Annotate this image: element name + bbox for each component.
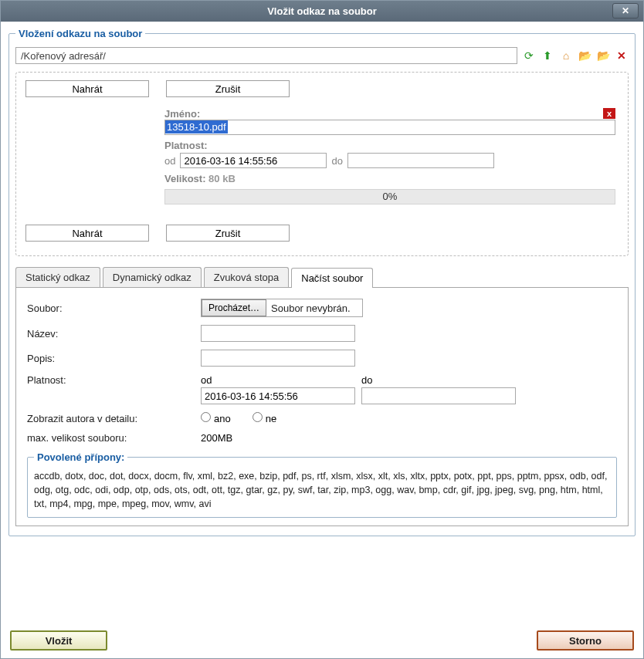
tab-load-file[interactable]: Načíst soubor xyxy=(291,268,373,288)
row-name: Název: xyxy=(27,325,617,342)
size-value: 80 kB xyxy=(208,173,236,184)
insert-button[interactable]: Vložit xyxy=(10,630,107,651)
dialog: Vložit odkaz na soubor ✕ Vložení odkazu … xyxy=(0,0,644,659)
od-label-2: od xyxy=(201,374,355,386)
extensions-fieldset: Povolené přípony: accdb, dotx, doc, dot,… xyxy=(27,451,617,518)
browse-button[interactable]: Procházet… xyxy=(202,299,266,316)
remove-file-icon[interactable]: x xyxy=(603,108,615,119)
button-row-bottom: Nahrát Zrušit xyxy=(25,225,619,242)
validity-label-2: Platnost: xyxy=(27,374,201,386)
progress-value: 0% xyxy=(383,191,398,202)
row-validity: Platnost: od do xyxy=(27,374,617,404)
max-label: max. velikost souboru: xyxy=(27,432,201,444)
od-label: od xyxy=(164,155,175,167)
tab-audio[interactable]: Zvuková stopa xyxy=(204,267,290,287)
cancel-upload-button-2[interactable]: Zrušit xyxy=(166,225,290,242)
titlebar: Vložit odkaz na soubor ✕ xyxy=(1,1,643,22)
name-label-2: Název: xyxy=(27,328,201,340)
validity-to-input-2[interactable] xyxy=(361,387,516,404)
row-author: Zobrazit autora v detailu: ano ne xyxy=(27,412,617,424)
desc-input[interactable] xyxy=(201,350,355,367)
fieldset-legend: Vložení odkazu na soubor xyxy=(15,28,145,39)
extensions-legend: Povolené přípony: xyxy=(34,451,127,463)
refresh-icon[interactable]: ⟳ xyxy=(522,49,536,63)
do-label: do xyxy=(331,155,342,167)
dialog-title: Vložit odkaz na soubor xyxy=(267,5,377,17)
filename-value: 13518-10.pdf xyxy=(165,120,228,133)
row-desc: Popis: xyxy=(27,350,617,367)
home-icon[interactable]: ⌂ xyxy=(559,49,573,63)
close-button[interactable]: ✕ xyxy=(612,3,639,19)
desc-label: Popis: xyxy=(27,353,201,364)
radio-yes-label[interactable]: ano xyxy=(201,412,231,424)
radio-no-label[interactable]: ne xyxy=(253,412,276,424)
delete-icon[interactable]: ✕ xyxy=(615,49,629,63)
upload-button[interactable]: Nahrát xyxy=(25,80,149,97)
progress-bar: 0% xyxy=(164,189,615,204)
file-info: Jméno: x 13518-10.pdf Platnost: od do xyxy=(164,108,615,204)
main-fieldset: Vložení odkazu na soubor ⟳ ⬆ ⌂ 📂 📂 ✕ Nah… xyxy=(8,28,636,536)
author-label: Zobrazit autora v detailu: xyxy=(27,413,201,424)
validity-from-input-2[interactable] xyxy=(201,387,355,404)
upload-button-2[interactable]: Nahrát xyxy=(25,225,149,242)
size-label: Velikost: 80 kB xyxy=(164,173,615,184)
upload-panel: Nahrát Zrušit Jméno: x 13518-10.pdf Plat… xyxy=(15,72,629,256)
tab-static[interactable]: Statický odkaz xyxy=(15,267,100,287)
row-file: Soubor: Procházet… Soubor nevybrán. xyxy=(27,299,617,317)
row-maxsize: max. velikost souboru: 200MB xyxy=(27,432,617,444)
filename-input[interactable]: 13518-10.pdf xyxy=(164,120,615,135)
cancel-upload-button[interactable]: Zrušit xyxy=(166,80,290,97)
validity-to-input[interactable] xyxy=(347,153,494,168)
extensions-list: accdb, dotx, doc, dot, docx, docm, flv, … xyxy=(34,469,610,511)
close-icon: ✕ xyxy=(622,5,629,16)
path-row: ⟳ ⬆ ⌂ 📂 📂 ✕ xyxy=(15,47,629,64)
tab-body: Soubor: Procházet… Soubor nevybrán. Náze… xyxy=(15,287,629,526)
footer: Vložit Storno xyxy=(1,624,643,658)
name-label: Jméno: x xyxy=(164,108,615,120)
button-row-top: Nahrát Zrušit xyxy=(25,80,619,97)
up-icon[interactable]: ⬆ xyxy=(541,49,554,63)
name-input[interactable] xyxy=(201,325,355,342)
validity-label: Platnost: xyxy=(164,140,615,151)
validity-row: od do xyxy=(164,153,615,168)
new-folder-icon[interactable]: 📂 xyxy=(596,49,610,63)
path-input[interactable] xyxy=(15,47,517,64)
do-label-2: do xyxy=(361,374,516,386)
content: Vložení odkazu na soubor ⟳ ⬆ ⌂ 📂 📂 ✕ Nah… xyxy=(1,22,643,624)
max-value: 200MB xyxy=(201,432,232,444)
tab-dynamic[interactable]: Dynamický odkaz xyxy=(103,267,202,287)
validity-from-input[interactable] xyxy=(180,153,327,168)
no-file-text: Soubor nevybrán. xyxy=(266,302,351,314)
file-label: Soubor: xyxy=(27,302,201,314)
storno-button[interactable]: Storno xyxy=(537,630,634,651)
file-chooser[interactable]: Procházet… Soubor nevybrán. xyxy=(201,299,363,317)
open-folder-icon[interactable]: 📂 xyxy=(578,49,591,63)
tabs: Statický odkaz Dynamický odkaz Zvuková s… xyxy=(15,267,629,287)
radio-yes[interactable] xyxy=(201,412,211,422)
radio-no[interactable] xyxy=(253,412,263,422)
